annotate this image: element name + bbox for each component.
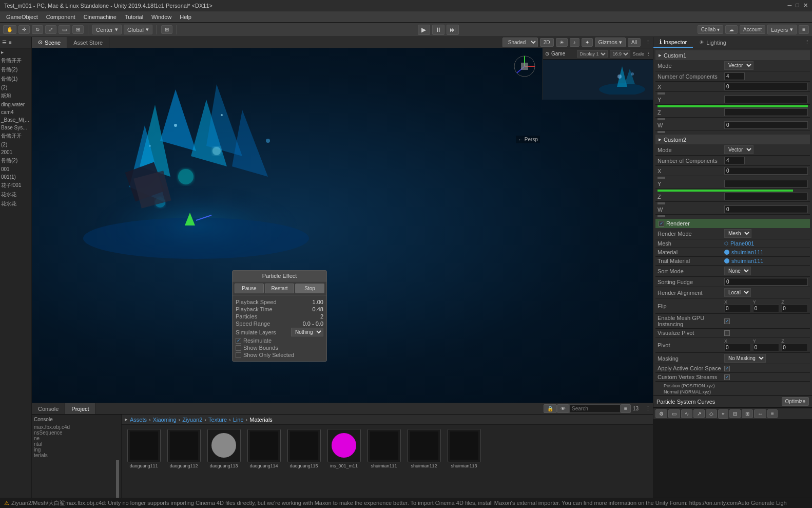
pivot-x-input[interactable] [724, 344, 751, 351]
show-bounds-checkbox[interactable] [236, 345, 241, 351]
fx-btn[interactable]: ✦ [582, 38, 593, 47]
hierarchy-tab[interactable]: ☰ [2, 40, 7, 45]
resimulate-checkbox[interactable] [236, 338, 241, 344]
ratio-select[interactable]: 16:9 [610, 50, 630, 58]
simulate-layers-select[interactable]: Nothing Layers [291, 328, 323, 336]
tab-lighting[interactable]: ☀ Lighting [693, 37, 732, 48]
path-assets[interactable]: Assets [130, 417, 147, 423]
curves-tool-8[interactable]: ↔ [754, 409, 766, 418]
hierarchy-item-6[interactable]: ding.water [0, 101, 31, 108]
hierarchy-item-18[interactable]: 花水花 [0, 199, 31, 209]
flip-x-input[interactable] [724, 305, 751, 312]
bottom-menu-btn[interactable]: ⋮ [643, 405, 653, 412]
curves-tool-2[interactable]: ∿ [681, 409, 692, 418]
asset-item[interactable]: daoguang113 [206, 429, 242, 468]
account-btn[interactable]: Account [740, 25, 765, 34]
2d-btn[interactable]: 2D [540, 38, 554, 47]
hand-tool-btn[interactable]: ✋ [3, 25, 16, 34]
layout-btn[interactable]: ≡ [799, 25, 809, 34]
custom-vertex-checkbox[interactable] [724, 374, 730, 380]
tab-console[interactable]: Console [32, 403, 65, 414]
transform-tool-btn[interactable]: ⊞ [72, 25, 84, 34]
enable-mesh-gpu-checkbox[interactable] [724, 318, 730, 324]
trail-material-value[interactable]: shuimian111 [731, 258, 763, 264]
curves-settings-btn[interactable]: ⚙ [655, 409, 667, 418]
lock-btn[interactable]: 🔒 [544, 404, 557, 413]
scene-menu-btn[interactable]: ⋮ [643, 39, 653, 46]
asset-item[interactable]: daoguang112 [166, 429, 202, 468]
hierarchy-item-11[interactable]: (2) [0, 141, 31, 148]
w-input-2[interactable] [724, 205, 808, 213]
hierarchy-item-10[interactable]: 骨骼开开 [0, 131, 31, 141]
renderer-header[interactable]: Renderer [655, 219, 810, 228]
audio-btn[interactable]: ♪ [570, 38, 579, 47]
hierarchy-item-16[interactable]: 花子f001 [0, 181, 31, 190]
scene-viewport[interactable]: ← Persp ⊙ Game Display 1 [32, 48, 653, 403]
hierarchy-item-9[interactable]: Base Sys... [0, 124, 31, 131]
mesh-value[interactable]: Plane001 [730, 240, 755, 247]
hierarchy-item-17[interactable]: 花水花 [0, 190, 31, 199]
menu-tutorial[interactable]: Tutorial [121, 13, 147, 21]
curves-tool-3[interactable]: ↗ [693, 409, 705, 418]
tab-asset-store[interactable]: Asset Store [67, 37, 109, 48]
eye-btn[interactable]: 👁 [557, 404, 569, 413]
center-dropdown[interactable]: Center ▾ [92, 25, 122, 34]
menu-window[interactable]: Window [147, 13, 176, 21]
move-tool-btn[interactable]: ✛ [18, 25, 30, 34]
custom1-header[interactable]: ▸ Custom1 [655, 50, 810, 60]
game-menu[interactable]: ⋮ [646, 51, 651, 57]
search-input[interactable] [569, 404, 621, 413]
flip-z-input[interactable] [781, 305, 808, 312]
global-dropdown[interactable]: Global ▾ [124, 25, 152, 34]
asset-item[interactable]: shuimian112 [406, 429, 442, 468]
menu-cinemachine[interactable]: Cinemachine [80, 13, 121, 21]
minimize-btn[interactable]: ─ [788, 2, 792, 9]
hierarchy-item-5[interactable]: 斯坦 [0, 91, 31, 101]
scene-gizmo[interactable] [512, 53, 537, 79]
mode-select[interactable]: Vector [724, 61, 753, 70]
asset-item[interactable]: ins_001_m11 [326, 429, 362, 468]
game-tab[interactable]: ⊙ [545, 51, 549, 57]
render-alignment-select[interactable]: Local [724, 288, 751, 297]
display-select[interactable]: Display 1 [577, 50, 608, 58]
x-input-2[interactable] [724, 167, 808, 175]
scale-tool-btn[interactable]: ⤢ [45, 25, 56, 34]
lighting-btn[interactable]: ☀ [556, 38, 568, 47]
sorting-fudge-input[interactable] [724, 278, 808, 286]
hierarchy-item-4[interactable]: (2) [0, 84, 31, 91]
curves-tool-4[interactable]: ◇ [706, 409, 717, 418]
sidebar-scrollbar[interactable] [116, 460, 119, 498]
num-components-input-2[interactable] [724, 157, 745, 164]
num-components-input[interactable] [724, 72, 745, 80]
custom2-header[interactable]: ▸ Custom2 [655, 135, 810, 144]
path-texture[interactable]: Texture [208, 417, 227, 423]
asset-item[interactable]: daoguang114 [246, 429, 282, 468]
curves-tool-9[interactable]: ≡ [767, 409, 778, 418]
z-input-1[interactable] [724, 108, 808, 116]
curves-tool-6[interactable]: ⊟ [729, 409, 741, 418]
z-input-2[interactable] [724, 193, 808, 200]
masking-select[interactable]: No Masking [724, 354, 766, 363]
pivot-y-input[interactable] [753, 344, 780, 351]
restart-particle-btn[interactable]: Restart [265, 284, 294, 293]
list-view-btn[interactable]: ≡ [621, 404, 631, 413]
flip-y-input[interactable] [753, 305, 780, 312]
path-ziyuan2[interactable]: Ziyuan2 [182, 417, 202, 423]
layers-dropdown[interactable]: Layers ▾ [767, 25, 797, 34]
render-mode-select[interactable]: Mesh [724, 229, 751, 238]
tab-project[interactable]: Project [65, 403, 95, 414]
sort-mode-select[interactable]: None [724, 267, 751, 275]
renderer-enabled-checkbox[interactable] [659, 221, 664, 227]
pause-btn[interactable]: ⏸ [432, 25, 444, 35]
mode-select-2[interactable]: Vector [724, 145, 753, 154]
curves-tool-1[interactable]: ▭ [668, 409, 680, 418]
hierarchy-item-15[interactable]: 001(1) [0, 173, 31, 181]
visualize-pivot-checkbox[interactable] [724, 330, 730, 336]
hierarchy-item-14[interactable]: 001 [0, 165, 31, 173]
path-xiaoming[interactable]: Xiaoming [153, 417, 177, 423]
curves-tool-7[interactable]: ⊞ [742, 409, 753, 418]
menu-component[interactable]: Component [42, 13, 80, 21]
hierarchy-item-1[interactable]: 骨骼开开 [0, 56, 31, 65]
maximize-btn[interactable]: □ [796, 2, 799, 9]
rotate-tool-btn[interactable]: ↻ [32, 25, 43, 34]
